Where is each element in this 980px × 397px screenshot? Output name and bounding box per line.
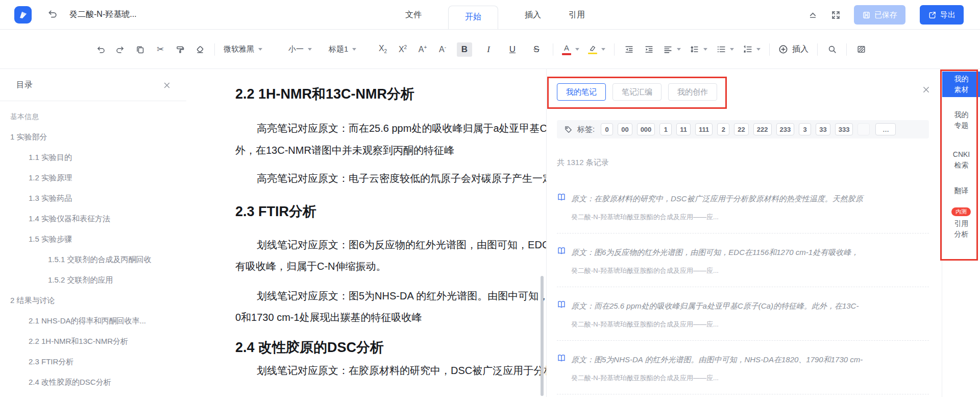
note-item[interactable]: 原文：图5为NHS-DA 的红外光谱图。由图中可知，NHS-DA在1820、17…: [557, 341, 929, 394]
undo-icon[interactable]: [95, 42, 106, 57]
line-spacing-select[interactable]: [690, 44, 707, 54]
document-text-line[interactable]: 高亮笔记对应原文：而在25.6 ppm处的吸收峰归属于a处亚甲基C: [235, 122, 546, 135]
document-text-line[interactable]: 划线笔记对应原文：图6为反应物的红外光谱图，由图可知，EDC在: [235, 238, 546, 252]
eraser-icon[interactable]: [194, 42, 206, 57]
document-text-line[interactable]: 0和1730 cm-1处展现出羰基的特征吸收峰: [235, 311, 546, 324]
cut-icon[interactable]: ✂: [155, 42, 166, 57]
document-text-line[interactable]: 外，在13C-NMR谱图中并未观察到丙酮的特征峰: [235, 144, 546, 157]
rail-item-citation-analysis[interactable]: 引用分析: [942, 218, 980, 240]
tab-insert[interactable]: 插入: [524, 6, 542, 25]
panel-close-icon[interactable]: [922, 85, 930, 94]
document-text-line[interactable]: 划线笔记对应原文：在胶原材料的研究中，DSC被广泛应用于分析: [235, 364, 546, 378]
note-item[interactable]: 原文：在胶原材料的研究中，DSC被广泛应用于分析胶原材料的热变性温度。天然胶原癸…: [557, 180, 929, 233]
document-text-line[interactable]: 高亮笔记对应原文：电子云密度较低的氘原子会对碳原子产生一定: [235, 172, 546, 185]
toc-item[interactable]: 1.5 实验步骤: [0, 229, 186, 249]
tab-home[interactable]: 开始: [448, 6, 498, 29]
tag-chip[interactable]: 11: [676, 123, 691, 135]
toc-item[interactable]: 基本信息: [0, 106, 186, 127]
toc-header: 目录: [0, 69, 186, 101]
increase-indent-icon[interactable]: [643, 42, 654, 57]
toc-item[interactable]: 1.5.2 交联剂的应用: [0, 270, 186, 290]
redo-icon[interactable]: [115, 42, 126, 57]
tag-chip[interactable]: 22: [734, 123, 748, 135]
highlight-color-button[interactable]: [588, 44, 605, 55]
decrease-font-button[interactable]: A-: [437, 42, 448, 57]
toc-item[interactable]: 2.2 1H-NMR和13C-NMR分析: [0, 331, 186, 352]
search-icon[interactable]: [826, 42, 838, 57]
app-logo-icon[interactable]: [14, 6, 32, 24]
document-text-line[interactable]: 划线笔记对应原文：图5为NHS-DA 的红外光谱图。由图中可知，N: [235, 289, 546, 303]
decrease-indent-icon[interactable]: [623, 42, 634, 57]
toc-item[interactable]: 1.5.1 交联剂的合成及丙酮回收: [0, 249, 186, 270]
align-select[interactable]: [663, 44, 681, 54]
tag-chip[interactable]: 233: [776, 123, 795, 135]
toc-item[interactable]: 2 结果与讨论: [0, 290, 186, 311]
fullscreen-icon[interactable]: [831, 10, 841, 20]
panel-tab[interactable]: 我的创作: [668, 83, 717, 101]
tab-reference[interactable]: 引用: [568, 6, 586, 25]
tag-chip[interactable]: 2: [717, 123, 729, 135]
tag-chip[interactable]: 3: [799, 123, 811, 135]
field-shading-icon[interactable]: [855, 42, 867, 57]
tag-chip[interactable]: 0: [601, 123, 613, 135]
format-painter-icon[interactable]: [175, 42, 186, 57]
tag-chip[interactable]: 111: [695, 123, 713, 135]
divider: [846, 43, 847, 56]
underline-button[interactable]: U: [505, 42, 520, 57]
document-heading[interactable]: 2.3 FTIR分析: [235, 202, 546, 221]
insert-button[interactable]: 插入: [778, 44, 808, 55]
note-item[interactable]: 原文：而在25.6 ppm处的吸收峰归属于a处亚甲基C原子(Ca)的特征峰。此外…: [557, 287, 929, 341]
note-item[interactable]: 原文：图6为反应物的红外光谱图，由图可知，EDC在1156和1270 cm-1处…: [557, 233, 929, 287]
tag-chip[interactable]: 000: [637, 123, 655, 135]
toc-item[interactable]: 2.1 NHS-DA的得率和丙酮回收率...: [0, 311, 186, 331]
document-scrollbar[interactable]: [541, 276, 544, 396]
rail-item-cnki-search[interactable]: CNKI检索: [942, 149, 980, 171]
subscript-button[interactable]: X2: [377, 42, 388, 57]
panel-tab[interactable]: 笔记汇编: [612, 83, 662, 101]
document-title[interactable]: 癸二酸-N-羟基琥...: [69, 9, 137, 20]
strikethrough-button[interactable]: S: [529, 42, 544, 57]
rail-item-translate[interactable]: 翻译: [942, 185, 980, 196]
bullet-list-select[interactable]: [716, 44, 734, 54]
italic-button[interactable]: I: [481, 42, 496, 57]
tag-chip[interactable]: 00: [618, 123, 632, 135]
document-heading[interactable]: 2.2 1H-NMR和13C-NMR分析: [235, 85, 546, 103]
divider: [769, 43, 770, 56]
tags-more-button[interactable]: …: [875, 123, 896, 135]
font-color-button[interactable]: A: [562, 43, 579, 55]
toc-item[interactable]: 2.4 改性胶原的DSC分析: [0, 372, 186, 392]
tag-chip[interactable]: 33: [816, 123, 830, 135]
toc-item[interactable]: 1 实验部分: [0, 127, 186, 147]
export-button[interactable]: 导出: [920, 5, 964, 25]
collapse-toolbar-icon[interactable]: [808, 10, 818, 20]
panel-tab[interactable]: 我的笔记: [557, 83, 606, 101]
document-text-line[interactable]: 有吸收峰，归属于C-N伸缩振动。: [235, 260, 546, 273]
toc-item[interactable]: 2.3 FTIR分析: [0, 352, 186, 372]
titlebar-actions: 已保存 导出: [808, 0, 980, 30]
copy-icon[interactable]: [135, 42, 146, 57]
superscript-button[interactable]: X2: [397, 42, 408, 57]
document-heading[interactable]: 2.4 改性胶原的DSC分析: [235, 338, 546, 357]
tag-chip[interactable]: 1: [659, 123, 672, 135]
bold-button[interactable]: B: [457, 42, 472, 57]
numbered-list-select[interactable]: [743, 44, 761, 54]
title-undo-icon[interactable]: [47, 9, 57, 19]
toc-item[interactable]: 1.4 实验仪器和表征方法: [0, 208, 186, 229]
document-editor[interactable]: 2.2 1H-NMR和13C-NMR分析高亮笔记对应原文：而在25.6 ppm处…: [186, 69, 546, 397]
rail-item-my-topics[interactable]: 我的专题: [942, 109, 980, 131]
font-family-select[interactable]: 微软雅黑: [224, 44, 280, 54]
toc-item[interactable]: 1.2 实验原理: [0, 168, 186, 188]
toc-item[interactable]: 1.1 实验目的: [0, 147, 186, 168]
paragraph-style-select[interactable]: 标题1: [329, 44, 369, 54]
increase-font-button[interactable]: A+: [417, 42, 428, 57]
rail-item-my-materials[interactable]: 我的素材: [942, 72, 980, 97]
tag-chip[interactable]: 333: [835, 123, 853, 135]
toc-item[interactable]: 3 实验教学建议: [0, 392, 186, 397]
tab-file[interactable]: 文件: [404, 6, 423, 25]
divider: [214, 43, 215, 56]
tag-chip[interactable]: 222: [753, 123, 772, 135]
toc-close-icon[interactable]: [163, 81, 171, 89]
saved-button[interactable]: 已保存: [854, 5, 905, 25]
font-size-select[interactable]: 小一: [288, 44, 320, 54]
toc-item[interactable]: 1.3 实验药品: [0, 188, 186, 208]
